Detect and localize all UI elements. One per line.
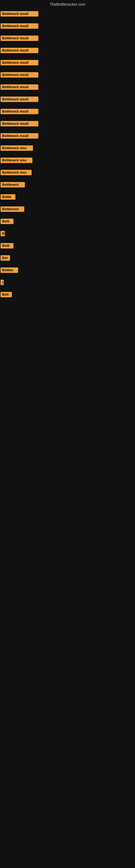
site-title: TheBottlenecker.com — [0, 0, 135, 8]
result-row: Bottlen — [0, 264, 135, 276]
result-row: Bottleneck result — [0, 56, 135, 69]
result-row: Bottleneck resu — [0, 166, 135, 179]
result-row: Bottl — [0, 215, 135, 227]
bottleneck-result-label[interactable]: Bottleneck result — [1, 23, 38, 29]
bottleneck-result-label[interactable]: Bottleneck result — [1, 35, 38, 41]
bottleneck-result-label[interactable]: Bottleneck result — [1, 84, 38, 90]
result-row: Bottleneck result — [0, 130, 135, 142]
bottleneck-result-label[interactable]: Bottl — [1, 219, 13, 224]
result-row: Bottleneck result — [0, 93, 135, 105]
bottleneck-result-label[interactable]: Bottleneck result — [1, 133, 38, 138]
bottleneck-result-label[interactable]: Bottleneck resu — [1, 158, 32, 163]
bottleneck-result-label[interactable]: Bottleneck result — [1, 121, 38, 126]
result-row: Bottleneck resu — [0, 142, 135, 154]
result-row: | — [0, 276, 135, 288]
bottleneck-result-label[interactable]: Bottleneck result — [1, 60, 38, 65]
result-row: B — [0, 227, 135, 240]
result-row: Bott — [0, 288, 135, 301]
bottleneck-result-label[interactable]: Bottleneck resu — [1, 145, 33, 151]
result-row: Bottleneck — [0, 203, 135, 215]
bottleneck-result-label[interactable]: Bottleneck — [1, 182, 25, 187]
result-row: Bottleneck result — [0, 8, 135, 20]
bottleneck-result-label[interactable]: B — [1, 231, 5, 236]
bottleneck-result-label[interactable]: Bottle — [1, 194, 15, 199]
result-row: Bottleneck result — [0, 20, 135, 32]
bottleneck-result-label[interactable]: Bottleneck result — [1, 109, 38, 114]
bottleneck-result-label[interactable]: Bottleneck result — [1, 72, 38, 78]
result-row: Bottle — [0, 191, 135, 203]
bottleneck-result-label[interactable]: | — [1, 280, 4, 285]
bottleneck-result-label[interactable]: Bottleneck — [1, 207, 24, 212]
bottleneck-result-label[interactable]: Bottleneck result — [1, 11, 38, 17]
result-row: Bottleneck — [0, 179, 135, 191]
result-row: Bottleneck result — [0, 32, 135, 44]
bottleneck-result-label[interactable]: Bottleneck result — [1, 97, 38, 102]
bottleneck-result-label[interactable]: Bottl — [1, 243, 13, 248]
result-row: Bottleneck result — [0, 81, 135, 93]
result-row: Bottleneck result — [0, 44, 135, 56]
result-row: Bottl — [0, 240, 135, 252]
bottleneck-result-label[interactable]: Bottleneck result — [1, 48, 38, 53]
result-row: Bottleneck resu — [0, 154, 135, 166]
bottleneck-result-label[interactable]: Bott — [1, 292, 12, 297]
bottleneck-result-label[interactable]: Bot — [1, 255, 10, 261]
bottleneck-result-label[interactable]: Bottleneck resu — [1, 170, 32, 175]
result-row: Bottleneck result — [0, 118, 135, 130]
result-row: Bottleneck result — [0, 69, 135, 81]
result-row: Bottleneck result — [0, 105, 135, 118]
result-row: Bot — [0, 252, 135, 264]
bottleneck-result-label[interactable]: Bottlen — [1, 268, 18, 273]
